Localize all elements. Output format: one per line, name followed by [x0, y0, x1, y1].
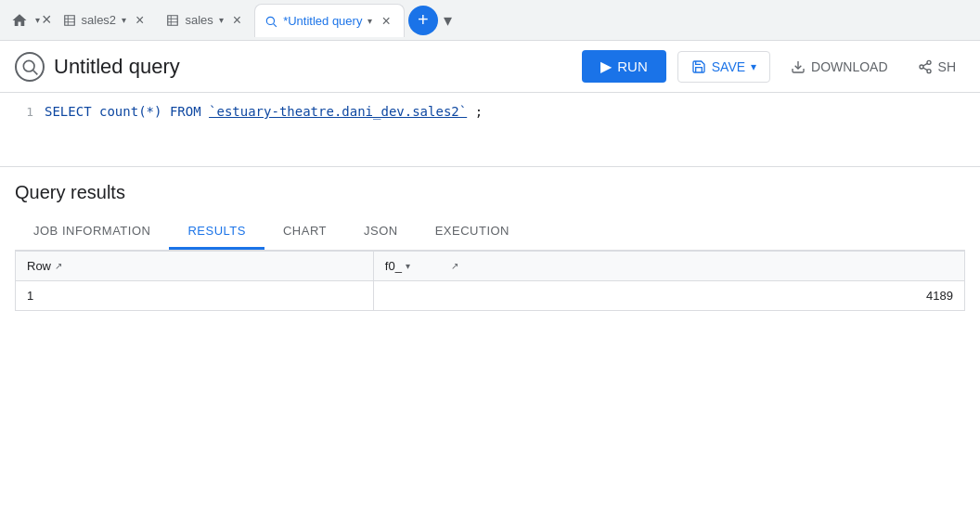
- tab-untitled-query[interactable]: *Untitled query ▾ ×: [254, 4, 405, 37]
- tab-separator-1: ×: [42, 10, 52, 30]
- home-dropdown[interactable]: ▾: [35, 15, 40, 25]
- svg-line-8: [922, 68, 927, 71]
- results-section: Query results JOB INFORMATION RESULTS CH…: [0, 167, 980, 311]
- table-reference: `estuary-theatre.dani_dev.sales2`: [209, 104, 467, 119]
- keyword-from: FROM: [170, 104, 201, 119]
- result-table: Row ↗ f0_ ▾ ↗ 1 4189: [15, 251, 965, 311]
- svg-point-6: [920, 65, 923, 69]
- query-icon: [15, 52, 45, 82]
- tab-sales2[interactable]: sales2 ▾ ×: [54, 4, 158, 37]
- run-button[interactable]: ▶ RUN: [582, 50, 666, 83]
- query-title: Untitled query: [54, 55, 180, 79]
- tab-untitled-dropdown[interactable]: ▾: [368, 16, 372, 26]
- run-label: RUN: [617, 58, 648, 74]
- tab-sales2-close[interactable]: ×: [132, 11, 148, 30]
- f0-col-label: f0_: [385, 259, 402, 273]
- table-row: 1 4189: [16, 281, 965, 311]
- svg-point-2: [23, 60, 34, 71]
- tab-overflow-button[interactable]: ▾: [438, 6, 458, 34]
- new-tab-button[interactable]: +: [408, 6, 438, 35]
- toolbar-title-area: Untitled query: [15, 52, 571, 82]
- svg-line-3: [33, 70, 38, 74]
- tab-sales-dropdown[interactable]: ▾: [219, 15, 224, 25]
- function-count: count(*): [99, 104, 161, 119]
- row-col-label: Row: [27, 259, 51, 273]
- line-number: 1: [15, 105, 33, 119]
- tab-untitled-close[interactable]: ×: [378, 12, 393, 31]
- play-icon: ▶: [600, 58, 612, 75]
- tab-sales2-label: sales2: [82, 13, 117, 27]
- toolbar: Untitled query ▶ RUN SAVE ▾ DOWNLOAD SH: [0, 41, 980, 93]
- download-label: DOWNLOAD: [811, 59, 887, 74]
- tab-job-information[interactable]: JOB INFORMATION: [15, 214, 169, 250]
- results-title: Query results: [15, 182, 965, 203]
- download-button[interactable]: DOWNLOAD: [781, 52, 896, 82]
- share-button[interactable]: SH: [909, 52, 965, 82]
- svg-line-9: [922, 63, 927, 66]
- column-header-f0: f0_ ▾ ↗: [373, 252, 964, 281]
- tab-results[interactable]: RESULTS: [169, 214, 264, 250]
- tab-chart[interactable]: CHART: [264, 214, 345, 250]
- tab-sales2-dropdown[interactable]: ▾: [122, 15, 126, 25]
- keyword-select: SELECT: [45, 104, 92, 119]
- result-tabs: JOB INFORMATION RESULTS CHART JSON EXECU…: [15, 214, 965, 251]
- query-line-1: 1 SELECT count(*) FROM `estuary-theatre.…: [0, 104, 980, 119]
- tab-untitled-label: *Untitled query: [283, 14, 362, 28]
- f0-expand-icon[interactable]: ↗: [451, 261, 458, 271]
- query-editor[interactable]: 1 SELECT count(*) FROM `estuary-theatre.…: [0, 93, 980, 167]
- share-label: SH: [938, 59, 956, 74]
- column-header-row: Row ↗: [16, 252, 374, 281]
- home-tab[interactable]: [4, 8, 35, 32]
- save-dropdown-icon[interactable]: ▾: [751, 60, 756, 73]
- tab-sales[interactable]: sales ▾ ×: [157, 4, 254, 37]
- save-button[interactable]: SAVE ▾: [677, 51, 770, 83]
- save-label: SAVE: [712, 59, 745, 74]
- tab-execution[interactable]: EXECUTION: [417, 214, 528, 250]
- svg-line-1: [274, 23, 277, 26]
- semicolon: ;: [475, 104, 483, 119]
- svg-point-0: [266, 17, 274, 24]
- tab-sales-label: sales: [185, 13, 213, 27]
- table-header-row: Row ↗ f0_ ▾ ↗: [16, 252, 965, 281]
- svg-point-7: [927, 69, 931, 72]
- tab-json[interactable]: JSON: [345, 214, 417, 250]
- svg-point-5: [927, 60, 931, 64]
- row-expand-icon[interactable]: ↗: [55, 261, 62, 271]
- cell-f0-value: 4189: [373, 281, 964, 311]
- cell-row-number: 1: [16, 281, 374, 311]
- query-code: SELECT count(*) FROM `estuary-theatre.da…: [45, 104, 483, 119]
- tab-sales-close[interactable]: ×: [229, 11, 245, 30]
- tab-bar: ▾ × sales2 ▾ × sales ▾ × *Untitled query…: [0, 0, 980, 41]
- f0-dropdown-icon[interactable]: ▾: [406, 261, 410, 271]
